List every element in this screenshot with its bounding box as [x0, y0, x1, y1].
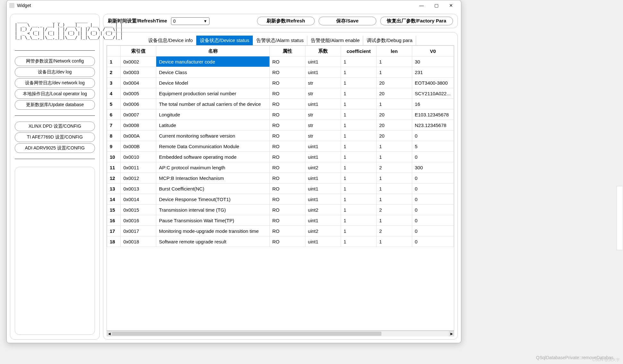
- cell-sys[interactable]: uint2: [305, 162, 341, 173]
- cell-coefficient[interactable]: 1: [341, 67, 376, 78]
- cell-v0[interactable]: E103.12345678: [412, 109, 454, 120]
- cell-name[interactable]: MCP:B Interaction Mechanism: [156, 173, 269, 183]
- refresh-button[interactable]: 刷新参数/Refresh: [257, 17, 315, 25]
- row-number[interactable]: 16: [107, 215, 121, 226]
- sidebar-nav-button[interactable]: TI AFE7769D 设置/CONFIG: [15, 132, 95, 142]
- cell-attr[interactable]: RO: [269, 67, 305, 78]
- cell-sys[interactable]: uint1: [305, 141, 341, 152]
- cell-name[interactable]: Current monitoring software version: [156, 131, 269, 141]
- column-header[interactable]: V0: [412, 46, 454, 56]
- cell-index[interactable]: 0x000A: [121, 131, 156, 141]
- cell-v0[interactable]: 0: [412, 131, 454, 141]
- cell-name[interactable]: Pause Transmission Wait Time(TP): [156, 215, 269, 226]
- cell-v0[interactable]: 0: [412, 173, 454, 183]
- table-row[interactable]: 50x0006The total number of actual carrie…: [107, 99, 454, 109]
- cell-sys[interactable]: str: [305, 131, 341, 141]
- cell-v0[interactable]: 0: [412, 152, 454, 162]
- cell-coefficient[interactable]: 1: [341, 205, 376, 215]
- cell-sys[interactable]: str: [305, 120, 341, 131]
- cell-index[interactable]: 0x0007: [121, 109, 156, 120]
- cell-index[interactable]: 0x0004: [121, 78, 156, 88]
- cell-name[interactable]: Device manufacturer code: [156, 56, 269, 67]
- cell-v0[interactable]: 0: [412, 205, 454, 215]
- cell-name[interactable]: Device Class: [156, 67, 269, 78]
- row-number[interactable]: 3: [107, 78, 121, 88]
- row-number[interactable]: 7: [107, 120, 121, 131]
- save-button[interactable]: 保存/Save: [319, 17, 376, 25]
- scroll-left-icon[interactable]: ◀: [107, 331, 112, 336]
- row-number[interactable]: 18: [107, 236, 121, 247]
- maximize-button[interactable]: ▢: [429, 0, 444, 11]
- cell-attr[interactable]: RO: [269, 162, 305, 173]
- cell-name[interactable]: Embedded software operating mode: [156, 152, 269, 162]
- cell-v0[interactable]: 0: [412, 183, 454, 194]
- cell-sys[interactable]: uint2: [305, 205, 341, 215]
- tab[interactable]: 告警使能/Alarm enable: [307, 36, 363, 45]
- cell-sys[interactable]: uint1: [305, 99, 341, 109]
- cell-index[interactable]: 0x0012: [121, 173, 156, 183]
- horizontal-scrollbar[interactable]: ◀ ▶: [107, 331, 454, 336]
- cell-attr[interactable]: RO: [269, 205, 305, 215]
- table-scroll-area[interactable]: 索引值名称属性系数coefficientlenV0 10x0002Device …: [107, 46, 454, 331]
- cell-v0[interactable]: SCY2110A022...: [412, 88, 454, 99]
- cell-len[interactable]: 1: [376, 215, 412, 226]
- scroll-thumb[interactable]: [112, 332, 381, 336]
- cell-v0[interactable]: 16: [412, 99, 454, 109]
- cell-coefficient[interactable]: 1: [341, 99, 376, 109]
- cell-index[interactable]: 0x0005: [121, 88, 156, 99]
- cell-coefficient[interactable]: 1: [341, 78, 376, 88]
- cell-len[interactable]: 20: [376, 120, 412, 131]
- cell-v0[interactable]: 0: [412, 226, 454, 236]
- cell-name[interactable]: Device Response Timeout(TOT1): [156, 194, 269, 205]
- table-row[interactable]: 30x0004Device ModelROstr120EOT3400-3800: [107, 78, 454, 88]
- close-button[interactable]: ✕: [444, 0, 458, 11]
- tab[interactable]: 设备状态/Device status: [196, 36, 253, 45]
- table-row[interactable]: 110x0011AP:C protocol maximum lengthROui…: [107, 162, 454, 173]
- row-number[interactable]: 8: [107, 131, 121, 141]
- table-row[interactable]: 10x0002Device manufacturer codeROuint111…: [107, 56, 454, 67]
- cell-attr[interactable]: RO: [269, 109, 305, 120]
- table-row[interactable]: 60x0007LongitudeROstr120E103.12345678: [107, 109, 454, 120]
- table-row[interactable]: 100x0010Embedded software operating mode…: [107, 152, 454, 162]
- cell-name[interactable]: The total number of actual carriers of t…: [156, 99, 269, 109]
- cell-coefficient[interactable]: 1: [341, 152, 376, 162]
- cell-coefficient[interactable]: 1: [341, 226, 376, 236]
- cell-v0[interactable]: 5: [412, 141, 454, 152]
- cell-attr[interactable]: RO: [269, 141, 305, 152]
- cell-index[interactable]: 0x0008: [121, 120, 156, 131]
- cell-attr[interactable]: RO: [269, 120, 305, 131]
- cell-name[interactable]: Longitude: [156, 109, 269, 120]
- cell-v0[interactable]: 0: [412, 194, 454, 205]
- cell-len[interactable]: 1: [376, 141, 412, 152]
- cell-attr[interactable]: RO: [269, 215, 305, 226]
- cell-index[interactable]: 0x0017: [121, 226, 156, 236]
- cell-sys[interactable]: str: [305, 78, 341, 88]
- cell-attr[interactable]: RO: [269, 173, 305, 183]
- cell-name[interactable]: Transmission interval time (TG): [156, 205, 269, 215]
- row-number[interactable]: 5: [107, 99, 121, 109]
- scroll-right-icon[interactable]: ▶: [449, 331, 454, 336]
- tab[interactable]: 告警状态/Alarm status: [253, 36, 307, 45]
- cell-len[interactable]: 2: [376, 162, 412, 173]
- scroll-track[interactable]: [112, 331, 449, 336]
- cell-attr[interactable]: RO: [269, 78, 305, 88]
- column-header[interactable]: 属性: [269, 46, 305, 56]
- cell-v0[interactable]: 300: [412, 162, 454, 173]
- cell-attr[interactable]: RO: [269, 183, 305, 194]
- cell-coefficient[interactable]: 1: [341, 131, 376, 141]
- cell-name[interactable]: Latitude: [156, 120, 269, 131]
- cell-attr[interactable]: RO: [269, 194, 305, 205]
- cell-len[interactable]: 20: [376, 109, 412, 120]
- cell-sys[interactable]: uint1: [305, 183, 341, 194]
- cell-attr[interactable]: RO: [269, 131, 305, 141]
- cell-name[interactable]: Burst Coefficient(NC): [156, 183, 269, 194]
- table-row[interactable]: 20x0003Device ClassROuint111231: [107, 67, 454, 78]
- cell-sys[interactable]: uint1: [305, 215, 341, 226]
- cell-len[interactable]: 1: [376, 194, 412, 205]
- cell-sys[interactable]: uint1: [305, 152, 341, 162]
- cell-attr[interactable]: RO: [269, 99, 305, 109]
- cell-coefficient[interactable]: 1: [341, 236, 376, 247]
- row-number[interactable]: 4: [107, 88, 121, 99]
- cell-sys[interactable]: uint2: [305, 226, 341, 236]
- tab[interactable]: 调试参数/Debug para: [363, 36, 416, 45]
